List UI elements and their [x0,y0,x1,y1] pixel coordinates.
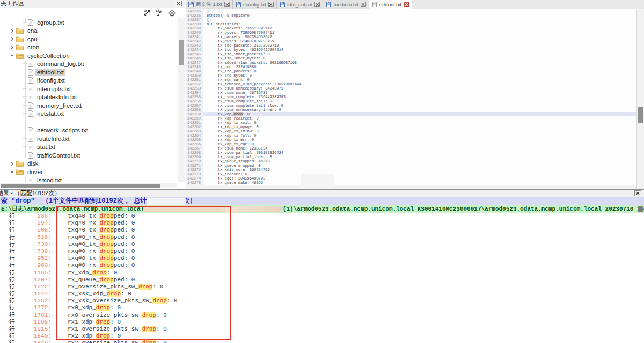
tree-item-memory-free-txt[interactable]: memory_free.txt [0,101,178,110]
chevron-right-icon[interactable] [10,161,14,166]
editor-line[interactable]: 142258 rx_csum_unnecessary_inner: 0 [186,108,636,112]
editor-line[interactable]: 142248 tx_nop: 232419588 [186,65,636,69]
editor-line[interactable]: 142266 rx_xdp_tx_cqe: 0 [186,142,636,146]
result-row[interactable]: 行286:txq#0_tx_dropped: 0 [0,213,644,220]
result-file-path-line[interactable]: E:\日志\armod0523.odata.ncmp.unicom.localr… [0,205,644,213]
workspace-close-icon[interactable] [175,1,182,6]
chevron-right-icon[interactable] [10,36,14,41]
editor-line[interactable]: 142273 tx_recover: 0 [186,172,636,176]
editor-line[interactable]: 142262 rx_xdp_tx_mpwqe: 0 [186,125,636,129]
tree-item-command-log-txt[interactable]: command_log.txt [0,60,178,69]
result-row[interactable]: 行508:txq#0_tx_dropped: 0 [0,227,644,234]
tree-item-netstat-txt[interactable]: netstat.txt [0,110,178,118]
result-row[interactable]: 行1207:tx_queue_dropped: 0 [0,277,644,284]
chevron-right-icon[interactable] [10,28,14,33]
tab-modinfo-txt[interactable]: modinfo.txt [323,0,369,9]
editor-line[interactable]: 142255 rx_csum_complete: 736449389393 [186,95,636,99]
tree-vertical-scrollbar-thumb[interactable] [179,40,184,65]
tab-fdm-output[interactable]: fdm_output [277,0,324,9]
tree-item-ethtool-txt[interactable]: ethtool.txt [0,68,178,77]
result-row[interactable]: 行1222:rx_oversize_pkts_sw_drop: 0 [0,284,644,290]
result-row[interactable]: 行1252:rx_xsk_oversize_pkts_sw_drop: 0 [0,297,644,304]
result-row[interactable]: 行1815:rx1_oversize_pkts_sw_drop: 0 [0,326,644,333]
tree-item-interrupts-txt[interactable]: interrupts.txt [0,85,178,93]
editor-line[interactable]: 142251 rx_ecn_mark: 0 [186,78,636,82]
editor-horizontal-scrollbar[interactable] [186,185,636,189]
result-row[interactable]: 行730:txq#0_tx_dropped: 0 [0,241,644,248]
editor-line[interactable]: 142267 tx_csum_none: 12385154 [186,146,636,151]
editor-line[interactable]: 142275 tx_queue_wake: 46396 [186,181,636,185]
result-row[interactable]: 行1195:rx_xdp_drop: 0 [0,270,644,277]
expand-all-icon[interactable] [143,9,151,17]
editor-line[interactable]: 142254 rx_csum_none: 26759783 [186,91,636,95]
collapse-all-icon[interactable] [155,9,164,17]
tree-item-cgroup-txt[interactable]: cgroup.txt [0,18,178,27]
tab-close-icon[interactable] [404,2,409,7]
result-row[interactable]: 行1840:rx2_xdp_drop: 0 [0,333,644,340]
editor-line[interactable]: 142238NIC statistics: [186,22,636,26]
result-row[interactable]: 行1806:rx1_xdp_drop: 0 [0,319,644,326]
tab-ifconfig-txt[interactable]: ifconfig.txt [233,0,277,9]
editor-line[interactable]: 142252 rx_removed_vlan_packets: 73651009… [186,82,636,86]
result-row[interactable]: 行516:rxq#0_rx_dropped: 0 [0,234,644,241]
editor-line[interactable]: 142260 rx_xdp_redirect: 0 [186,116,636,121]
tab-ethtool-txt[interactable]: ethtool.txt [369,0,412,9]
tree-item-iptablesinfo-txt[interactable]: iptablesInfo.txt [0,93,178,102]
editor-line[interactable]: 142237{ [186,18,636,22]
result-row[interactable]: 行960:rxq#0_rx_dropped: 0 [0,262,644,269]
tab-close-icon[interactable] [224,2,230,7]
tree-item-cron[interactable]: cron [0,43,178,52]
editor-line[interactable]: 142261 rx_xdp_tx_xmit: 0 [186,121,636,125]
editor-line[interactable]: 142272 tx_xmit_more: 569724756 [186,168,636,172]
editor-line[interactable]: 142240 rx_bytes: 735960572057411 [186,31,636,35]
tree-item-routeinfo-txt[interactable]: routeInfo.txt [0,135,178,143]
editor-line[interactable]: 142246 tx_tso_inner_bytes: 0 [186,56,636,61]
editor-line[interactable]: 142244 tx_tso_bytes: 463099429204214 [186,48,636,52]
locate-file-icon[interactable] [167,9,176,17]
editor-line[interactable]: 142236ethtool -S enp1s0f0 [186,13,636,18]
results-scrollbar-thumb[interactable] [638,206,643,212]
editor-line[interactable]: 142235} [186,9,636,13]
result-row[interactable]: 行1849:rx2_oversize_pkts_sw_drop: 0 [0,340,644,343]
tree-item-cpu[interactable]: cpu [0,35,178,43]
editor-line[interactable]: 142241 tx_packets: 507354668642 [186,35,636,39]
editor-vertical-scrollbar-thumb[interactable] [638,107,643,123]
editor-line[interactable]: 142250 rx_lro_bytes: 0 [186,73,636,78]
result-row[interactable]: 行294:rxq#0_rx_dropped: 0 [0,220,644,227]
editor-line[interactable]: 142274 tx_cqes: 204596498793 [186,176,636,181]
result-row[interactable]: 行738:rxq#0_rx_dropped: 0 [0,248,644,255]
editor-line[interactable]: 142263 rx_xdp_tx_inlnw: 0 [186,129,636,133]
editor-line[interactable]: 142253 rx_csum_unnecessary: 34245971 [186,86,636,91]
editor-line[interactable]: 142239 rx_packets: 736510395147 [186,26,636,31]
tree-item-ifconfig-txt[interactable]: ifconfig.txt [0,77,178,85]
result-row[interactable]: 行1781:rx0_oversize_pkts_sw_drop: 0 [0,312,644,319]
editor-line[interactable]: 142264 rx_xdp_tx_full: 0 [186,133,636,138]
chevron-down-icon[interactable] [10,169,14,174]
editor-line[interactable]: 142268 tx_csum_partial: 205153836424 [186,151,636,155]
results-close-icon[interactable] [634,190,641,196]
tab-close-icon[interactable] [361,2,366,7]
result-row[interactable]: 行1247:rx_xsk_xdp_drop: 0 [0,290,644,297]
tab-close-icon[interactable] [314,2,320,7]
editor-line[interactable]: 142257 rx_csum_complete_tail_slow: 0 [186,103,636,108]
tab--1-txt[interactable]: 新文件 1.txt [186,0,233,9]
editor-line[interactable]: 142247 tx_added_vlan_packets: 2051659571… [186,61,636,65]
editor-text-area[interactable]: 142235}142236ethtool -S enp1s0f0142237{1… [186,9,636,185]
tree-item-stat-txt[interactable]: stat.txt [0,143,178,152]
result-row[interactable]: 行1772:rx0_xdp_drop: 0 [0,304,644,311]
editor-line[interactable]: 142256 rx_csum_complete_tail: 0 [186,99,636,103]
tree-horizontal-scrollbar-thumb[interactable] [1,184,160,188]
editor-line[interactable]: 142245 tx_tso_inner_packets: 0 [186,52,636,56]
editor-line[interactable]: 142270 tx_queue_stopped: 46393 [186,159,636,163]
tree-item-cna[interactable]: cna [0,27,178,35]
editor-line[interactable]: 142265 rx_xdp_tx_err: 0 [186,138,636,142]
result-row[interactable]: 行952:txq#0_tx_dropped: 0 [0,255,644,262]
tree-item-disk[interactable]: disk [0,160,178,168]
editor-line[interactable]: 142271 tx_queue_dropped: 0 [186,163,636,168]
chevron-right-icon[interactable] [10,45,14,50]
editor-line[interactable]: 142259 rx_xdp_drop: 0 [186,112,636,116]
tab-close-icon[interactable] [268,2,274,7]
search-summary-line[interactable]: 索 "drop" （1个文件中匹配到10192次， 总计次） [0,197,644,205]
tree-item-network-scripts-txt[interactable]: network_scripts.txt [0,126,178,135]
editor-line[interactable]: 142243 tx_tso_packets: 35272932712 [186,43,636,48]
